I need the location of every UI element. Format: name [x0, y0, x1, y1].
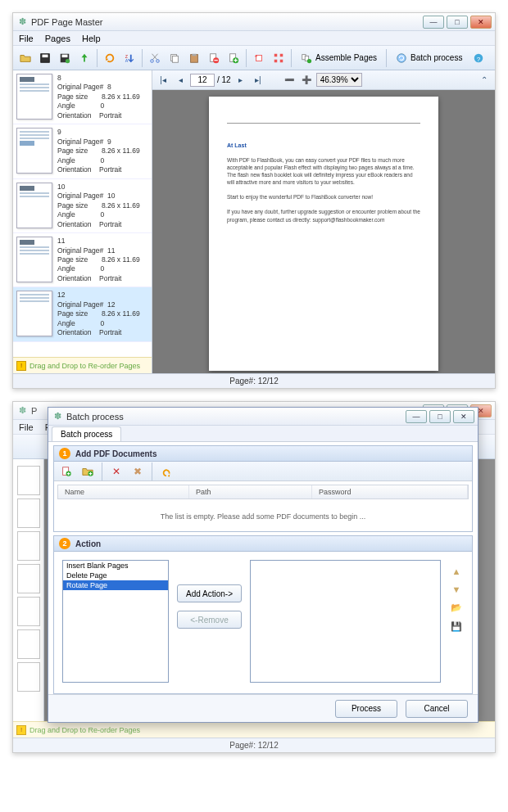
menubar: File Pages Help	[13, 31, 495, 46]
copy-icon[interactable]	[166, 49, 184, 67]
page-canvas[interactable]: At Last With PDF to FlashBook, you can e…	[152, 90, 495, 373]
clear-files-icon[interactable]: ✖	[129, 462, 147, 480]
action-item-selected[interactable]: Rotate Page	[63, 580, 168, 590]
svg-point-26	[397, 53, 406, 62]
dialog-footer: Process Cancel	[48, 694, 478, 722]
page-preview: At Last With PDF to FlashBook, you can e…	[209, 97, 438, 371]
add-action-button[interactable]: Add Action->	[177, 584, 242, 602]
col-password[interactable]: Password	[312, 485, 468, 498]
dialog-title: Batch process	[66, 412, 124, 422]
thumb-row[interactable]: 11 Original Page# 11 Page size 8.26 x 11…	[13, 233, 152, 287]
thumbnail-list[interactable]: 8 Original Page# 8 Page size 8.26 x 11.6…	[13, 70, 152, 357]
dialog-maximize-button[interactable]: □	[429, 410, 451, 423]
svg-text:?: ?	[477, 55, 481, 62]
first-page-icon[interactable]: |◂	[156, 73, 170, 88]
svg-point-25	[307, 58, 311, 62]
dialog-minimize-button[interactable]: —	[406, 410, 427, 423]
batch-button[interactable]: Batch process	[390, 49, 468, 67]
action-item[interactable]: Delete Page	[63, 571, 168, 580]
insert-page-icon[interactable]	[225, 49, 243, 67]
zoom-select[interactable]: 46.39%	[316, 73, 362, 87]
move-down-icon[interactable]: ▼	[452, 584, 461, 594]
open-icon[interactable]	[16, 49, 34, 67]
page-total: / 12	[217, 75, 231, 84]
zoom-in-icon[interactable]: ➕	[299, 73, 314, 88]
upload-icon[interactable]	[75, 49, 93, 67]
thumb-image	[16, 291, 52, 336]
selected-actions-list[interactable]	[250, 560, 441, 683]
save-action-icon[interactable]: 💾	[451, 621, 462, 632]
svg-rect-3	[62, 54, 68, 57]
viewer-panel: |◂ ◂ / 12 ▸ ▸| ➖ ➕ 46.39% ⌃ At Last With…	[152, 70, 495, 373]
step-1-icon: 1	[59, 448, 70, 459]
main-toolbar: ZA Assemble Pages Batch process ?	[13, 46, 495, 70]
move-up-icon[interactable]: ▲	[452, 566, 461, 576]
help-icon[interactable]: ?	[469, 49, 488, 67]
undo-icon[interactable]	[157, 462, 175, 480]
paste-icon[interactable]	[185, 49, 203, 67]
rotate-icon[interactable]	[250, 49, 268, 67]
tab-batch-process[interactable]: Batch process	[52, 426, 121, 441]
assemble-button[interactable]: Assemble Pages	[295, 49, 383, 67]
dialog-tabstrip: Batch process	[48, 426, 478, 442]
cut-icon[interactable]	[146, 49, 164, 67]
last-page-icon[interactable]: ▸|	[251, 73, 265, 88]
dialog-close-button[interactable]: ✕	[453, 410, 474, 423]
assemble-icon	[301, 52, 312, 64]
svg-text:A: A	[125, 58, 129, 63]
open-action-icon[interactable]: 📂	[451, 602, 462, 613]
action-body: Insert Blank Pages Delete Page Rotate Pa…	[53, 552, 473, 694]
refresh-icon[interactable]	[101, 49, 119, 67]
step-2-icon: 2	[59, 538, 70, 549]
thumb-image	[16, 183, 52, 228]
next-page-icon[interactable]: ▸	[234, 73, 248, 88]
documents-columns: Name Path Password	[57, 485, 469, 499]
process-button[interactable]: Process	[335, 700, 397, 718]
status-text: Page#: 12/12	[229, 377, 279, 386]
thumb-row[interactable]: 9 Original Page# 9 Page size 8.26 x 11.6…	[13, 124, 152, 178]
col-name[interactable]: Name	[58, 485, 189, 498]
save-as-icon[interactable]	[56, 49, 74, 67]
svg-rect-21	[274, 59, 278, 62]
add-file-icon[interactable]	[57, 462, 75, 480]
svg-rect-22	[280, 59, 283, 62]
menu-pages[interactable]: Pages	[39, 32, 76, 45]
delete-page-icon[interactable]	[205, 49, 223, 67]
action-item[interactable]: Insert Blank Pages	[63, 561, 168, 571]
section-add-documents: 1 Add PDF Documents	[53, 445, 473, 462]
save-icon[interactable]	[36, 49, 54, 67]
page-input[interactable]	[190, 74, 215, 87]
svg-rect-10	[172, 56, 178, 62]
thumb-row[interactable]: 8 Original Page# 8 Page size 8.26 x 11.6…	[13, 70, 152, 124]
thumb-image	[16, 237, 52, 282]
sort-icon[interactable]: ZA	[120, 49, 138, 67]
maximize-button[interactable]: □	[447, 16, 468, 29]
statusbar: Page#: 12/12	[13, 373, 495, 388]
svg-point-4	[66, 58, 70, 62]
minimize-button[interactable]: —	[423, 16, 444, 29]
thumb-image	[16, 74, 52, 120]
documents-body: ✕ ✖ Name Path Password The list is empty…	[53, 462, 473, 532]
available-actions-list[interactable]: Insert Blank Pages Delete Page Rotate Pa…	[62, 560, 169, 683]
add-folder-icon[interactable]	[79, 462, 97, 480]
collapse-icon[interactable]: ⌃	[477, 73, 492, 88]
thumb-row[interactable]: 10 Original Page# 10 Page size 8.26 x 11…	[13, 179, 152, 233]
svg-point-8	[156, 59, 160, 62]
remove-action-button[interactable]: <-Remove	[177, 611, 242, 629]
menu-file[interactable]: File	[13, 32, 39, 45]
warning-icon: !	[16, 361, 26, 371]
col-path[interactable]: Path	[189, 485, 312, 498]
zoom-out-icon[interactable]: ➖	[282, 73, 297, 88]
batch-process-dialog: ✽ Batch process — □ ✕ Batch process 1 Ad…	[48, 407, 479, 723]
thumb-row-selected[interactable]: 12 Original Page# 12 Page size 8.26 x 11…	[13, 287, 152, 341]
empty-message: The list is empty. Please add some PDF d…	[57, 499, 469, 534]
cancel-button[interactable]: Cancel	[406, 700, 468, 718]
extract-icon[interactable]	[270, 49, 288, 67]
remove-file-icon[interactable]: ✕	[107, 462, 125, 480]
menu-help[interactable]: Help	[76, 32, 107, 45]
close-button[interactable]: ✕	[470, 16, 492, 29]
main-window-with-modal: ✽P—□✕ FileP !Drag and Drop to Re-order P…	[12, 401, 496, 753]
thumb-image	[16, 128, 52, 174]
svg-rect-1	[43, 54, 48, 57]
prev-page-icon[interactable]: ◂	[173, 73, 188, 88]
